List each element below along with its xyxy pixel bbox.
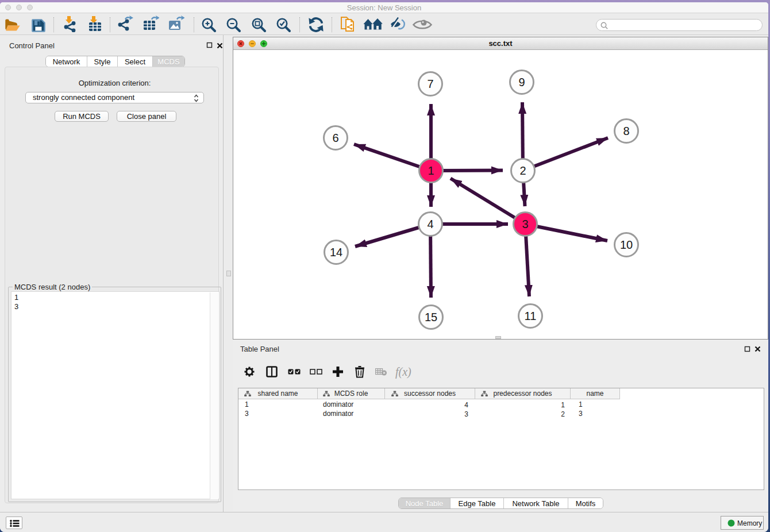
svg-text:9: 9 xyxy=(518,76,525,88)
svg-text:4: 4 xyxy=(427,218,433,230)
svg-text:8: 8 xyxy=(623,125,629,137)
svg-text:11: 11 xyxy=(525,310,537,322)
svg-text:6: 6 xyxy=(332,132,338,144)
svg-text:2: 2 xyxy=(519,164,526,177)
svg-text:14: 14 xyxy=(330,246,342,259)
svg-text:7: 7 xyxy=(427,78,433,90)
svg-text:15: 15 xyxy=(425,311,437,323)
svg-text:3: 3 xyxy=(522,218,528,230)
svg-text:1: 1 xyxy=(428,164,434,177)
svg-text:10: 10 xyxy=(620,238,633,251)
